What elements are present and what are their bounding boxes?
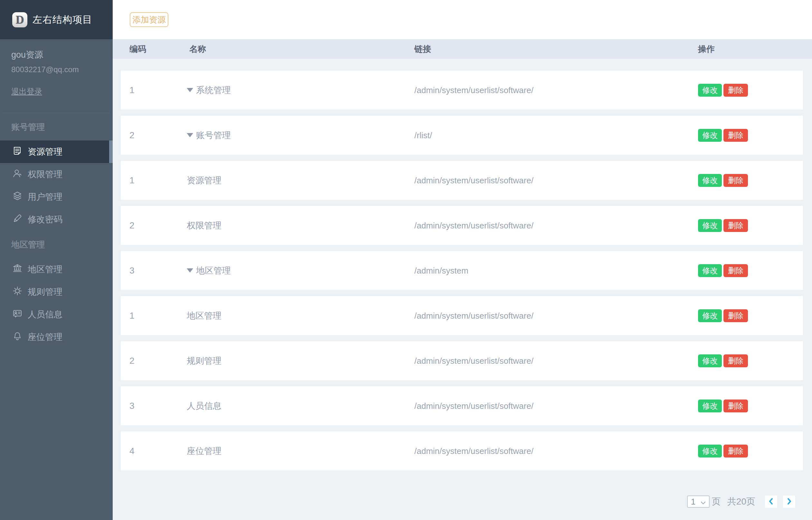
sidebar-item-label: 座位管理: [28, 331, 62, 343]
row-actions: 修改 删除: [698, 445, 748, 458]
column-header-name: 名称: [189, 39, 206, 59]
sidebar-menu-account: 资源管理 权限管理 用户管理: [0, 140, 113, 231]
delete-button[interactable]: 删除: [724, 264, 748, 277]
row-actions: 修改 删除: [698, 355, 748, 367]
sidebar-item-rule-management[interactable]: 规则管理: [0, 281, 113, 303]
next-page-button[interactable]: [783, 495, 795, 508]
row-code: 1: [130, 175, 135, 186]
row-name: 权限管理: [187, 220, 222, 231]
gear-icon: [12, 286, 23, 298]
sidebar-item-label: 用户管理: [28, 191, 62, 203]
sidebar-section-region-label: 地区管理: [11, 239, 113, 250]
sidebar-item-region-management[interactable]: 地区管理: [0, 258, 113, 281]
delete-button[interactable]: 删除: [724, 445, 748, 458]
page-word-label: 页: [712, 495, 721, 508]
row-name: 地区管理: [187, 265, 231, 277]
chevron-right-icon: [786, 497, 792, 506]
sidebar-header: D 左右结构项目: [0, 0, 113, 39]
table-row: 3 地区管理 /admin/system 修改 删除: [121, 251, 803, 290]
sidebar-item-change-password[interactable]: 修改密码: [0, 208, 113, 231]
sidebar-item-label: 人员信息: [28, 309, 62, 320]
sidebar: D 左右结构项目 gou资源 80032217@qq.com 退出登录 账号管理…: [0, 0, 113, 520]
sidebar-menu-region: 地区管理 规则管理 人员信息: [0, 258, 113, 348]
row-name-label: 权限管理: [187, 220, 222, 231]
expand-arrow-icon[interactable]: [187, 268, 193, 272]
row-link: /admin/system: [414, 265, 469, 276]
row-name-label: 账号管理: [196, 130, 231, 141]
row-code: 2: [130, 220, 135, 231]
row-link: /admin/system/userlist/software/: [414, 401, 533, 411]
edit-button[interactable]: 修改: [698, 219, 722, 232]
table-row: 1 地区管理 /admin/system/userlist/software/ …: [121, 296, 803, 335]
row-link: /admin/system/userlist/software/: [414, 356, 533, 366]
edit-button[interactable]: 修改: [698, 399, 722, 412]
app-logo: D: [12, 12, 27, 27]
expand-arrow-icon[interactable]: [187, 88, 193, 92]
row-code: 3: [130, 401, 135, 411]
total-pages-label: 共20页: [727, 495, 755, 508]
delete-button[interactable]: 删除: [724, 129, 748, 142]
bank-icon: [12, 263, 23, 276]
row-actions: 修改 删除: [698, 264, 748, 277]
id-card-icon: [12, 308, 23, 321]
previous-page-button[interactable]: [765, 495, 777, 508]
sidebar-item-resource-management[interactable]: 资源管理: [0, 140, 113, 163]
row-name: 人员信息: [187, 400, 222, 412]
row-actions: 修改 删除: [698, 219, 748, 232]
table-header: 编码 名称 链接 操作: [113, 39, 812, 59]
layers-icon: [12, 191, 23, 203]
sidebar-item-seat-management[interactable]: 座位管理: [0, 326, 113, 348]
page-select[interactable]: 1: [687, 495, 710, 508]
sidebar-section-account-label: 账号管理: [11, 122, 113, 133]
delete-button[interactable]: 删除: [724, 84, 748, 97]
table-row: 2 账号管理 /rlist/ 修改 删除: [121, 116, 803, 155]
expand-arrow-icon[interactable]: [187, 133, 193, 137]
row-link: /admin/system/userlist/software/: [414, 446, 533, 456]
row-link: /admin/system/userlist/software/: [414, 311, 533, 320]
row-name-label: 地区管理: [187, 310, 222, 321]
delete-button[interactable]: 删除: [724, 399, 748, 412]
sidebar-item-user-management[interactable]: 用户管理: [0, 186, 113, 208]
sidebar-item-personnel-info[interactable]: 人员信息: [0, 303, 113, 326]
sidebar-item-permission-management[interactable]: 权限管理: [0, 163, 113, 186]
chevron-down-icon: [701, 497, 706, 507]
pen-icon: [12, 213, 23, 226]
page-select-value: 1: [691, 497, 696, 507]
edit-button[interactable]: 修改: [698, 355, 722, 367]
row-name: 规则管理: [187, 355, 222, 367]
edit-button[interactable]: 修改: [698, 174, 722, 187]
chevron-left-icon: [768, 497, 774, 506]
row-name: 账号管理: [187, 130, 231, 141]
table-row: 2 权限管理 /admin/system/userlist/software/ …: [121, 206, 803, 245]
edit-button[interactable]: 修改: [698, 445, 722, 458]
user-name: gou资源: [11, 49, 113, 60]
pagination: 1 页 共20页: [113, 495, 812, 508]
row-link: /admin/system/userlist/software/: [414, 175, 533, 185]
sidebar-item-label: 资源管理: [28, 146, 62, 158]
main-content: 添加资源 编码 名称 链接 操作 1 系统管理 /admin/system/us…: [113, 0, 812, 520]
edit-button[interactable]: 修改: [698, 129, 722, 142]
row-name: 座位管理: [187, 445, 222, 457]
row-name-label: 资源管理: [187, 175, 222, 186]
sidebar-item-label: 规则管理: [28, 286, 62, 298]
logout-link[interactable]: 退出登录: [11, 86, 42, 97]
user-email: 80032217@qq.com: [11, 65, 113, 74]
edit-button[interactable]: 修改: [698, 84, 722, 97]
table-row: 1 系统管理 /admin/system/userlist/software/ …: [121, 71, 803, 109]
delete-button[interactable]: 删除: [724, 174, 748, 187]
row-actions: 修改 删除: [698, 174, 748, 187]
delete-button[interactable]: 删除: [724, 219, 748, 232]
edit-button[interactable]: 修改: [698, 264, 722, 277]
row-code: 2: [130, 356, 135, 366]
row-name-label: 地区管理: [196, 265, 231, 277]
column-header-action: 操作: [698, 39, 715, 59]
delete-button[interactable]: 删除: [724, 355, 748, 367]
sidebar-item-label: 修改密码: [28, 214, 62, 225]
add-resource-button[interactable]: 添加资源: [130, 12, 168, 27]
row-name-label: 系统管理: [196, 84, 231, 96]
table-row: 1 资源管理 /admin/system/userlist/software/ …: [121, 161, 803, 200]
delete-button[interactable]: 删除: [724, 309, 748, 322]
table-row: 3 人员信息 /admin/system/userlist/software/ …: [121, 386, 803, 425]
row-name-label: 人员信息: [187, 400, 222, 412]
edit-button[interactable]: 修改: [698, 309, 722, 322]
